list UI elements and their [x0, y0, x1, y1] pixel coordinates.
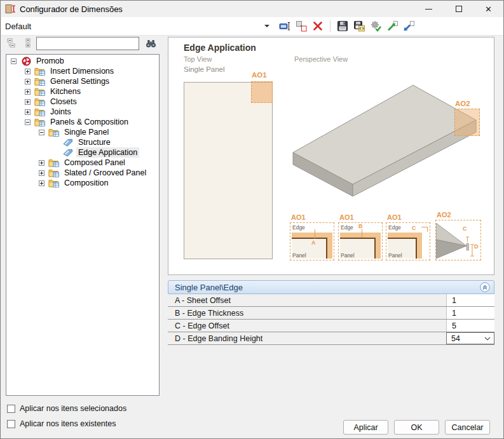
collapse-all-icon[interactable] — [6, 37, 17, 49]
tree-item-label: Promob — [34, 56, 66, 66]
tree-item-panels-composition[interactable]: Panels & Composition — [6, 117, 159, 127]
tree-item-label: Closets — [48, 97, 79, 107]
toolbar-icons — [278, 20, 415, 32]
expand-icon[interactable] — [24, 69, 31, 74]
edge-label: Edge — [292, 224, 305, 231]
property-row-a-sheet-offset: A - Sheet Offset1 — [168, 294, 494, 307]
ok-button[interactable]: OK — [394, 420, 439, 435]
close-icon: ✕ — [485, 5, 492, 13]
folder-icon — [34, 118, 46, 127]
expand-icon[interactable] — [24, 79, 31, 84]
folder-icon — [34, 97, 46, 107]
tree-item-joints[interactable]: Joints — [6, 107, 159, 117]
diagram-ao2-edge-banding: AO2 C D — [435, 220, 481, 260]
property-value-input[interactable]: 1 — [446, 294, 494, 306]
tree-item-composed-panel[interactable]: Composed Panel — [6, 158, 159, 168]
checkbox-icon[interactable] — [7, 420, 15, 428]
delete-profile-icon[interactable] — [311, 20, 324, 32]
collapse-icon[interactable] — [10, 58, 17, 64]
tree-item-label: General Settings — [48, 76, 111, 86]
expand-icon[interactable] — [24, 89, 31, 95]
property-row-c-edge-offset: C - Edge Offset5 — [168, 320, 494, 332]
minimize-icon — [425, 9, 432, 10]
expand-icon[interactable] — [24, 99, 31, 105]
expand-all-icon[interactable] — [23, 37, 33, 49]
dialog-window: Configurador de Dimensões ✕ Default Prom… — [0, 0, 504, 439]
apply-settings-icon[interactable] — [369, 20, 382, 32]
expand-icon[interactable] — [38, 160, 45, 166]
rename-profile-icon[interactable] — [278, 20, 291, 32]
export-settings-icon[interactable] — [353, 20, 365, 32]
property-value-dropdown[interactable]: 54 — [446, 332, 494, 344]
dimension-label: C — [463, 226, 467, 232]
panel-label: Panel — [341, 252, 355, 259]
apply-button[interactable]: Aplicar — [343, 420, 388, 435]
tree-item-structure[interactable]: Structure — [6, 137, 159, 147]
collapse-icon[interactable] — [38, 130, 45, 135]
close-button[interactable]: ✕ — [473, 1, 503, 17]
tree-item-closets[interactable]: Closets — [6, 97, 159, 107]
tree-item-edge-application[interactable]: Edge Application — [6, 147, 159, 158]
dimension-label: D — [474, 243, 479, 250]
property-label[interactable]: D - Edge Banding Height — [168, 332, 446, 344]
edge-line — [416, 238, 417, 259]
checkbox-label: Aplicar nos itens selecionados — [20, 404, 126, 413]
wedge-drawing — [436, 220, 480, 260]
diagram-title: AO2 — [437, 211, 451, 219]
property-row-b-edge-thickness: B - Edge Thickness1 — [168, 307, 494, 320]
tree-item-composition[interactable]: Composition — [6, 178, 159, 188]
expand-icon[interactable] — [38, 180, 45, 186]
tree-item-single-panel[interactable]: Single Panel — [6, 127, 159, 137]
diagram-title: AO1 — [387, 213, 402, 221]
search-icon[interactable] — [144, 37, 157, 49]
edge-label: Edge — [341, 224, 353, 231]
expand-icon[interactable] — [24, 109, 31, 115]
dimension-label: B — [358, 223, 363, 229]
diagram-ao1-edge-thickness: AO1 Edge Panel B — [338, 222, 383, 260]
maximize-button[interactable] — [444, 1, 473, 17]
tree-indent — [52, 150, 59, 156]
search-input[interactable] — [36, 37, 139, 50]
profile-combobox[interactable]: Default — [1, 17, 275, 35]
collapse-group-icon[interactable] — [480, 282, 490, 292]
tree-item-promob[interactable]: Promob — [6, 56, 159, 66]
titlebar: Configurador de Dimensões ✕ — [1, 1, 503, 17]
minimize-button[interactable] — [414, 1, 444, 17]
folder-icon — [48, 158, 60, 168]
property-value-input[interactable]: 1 — [446, 307, 494, 319]
expand-icon[interactable] — [38, 170, 45, 176]
import-profile-icon[interactable] — [402, 20, 415, 32]
tree-item-kitchens[interactable]: Kitchens — [6, 86, 159, 97]
property-label[interactable]: B - Edge Thickness — [168, 307, 446, 319]
chevron-down-icon — [484, 337, 491, 341]
cancel-button[interactable]: Cancelar — [445, 420, 490, 435]
duplicate-profile-icon[interactable] — [295, 20, 308, 32]
export-profile-icon[interactable] — [386, 20, 398, 32]
edge-band — [340, 233, 381, 238]
edge-line — [326, 238, 327, 259]
apply-existing-items-checkbox[interactable]: Aplicar nos itens existentes — [7, 419, 116, 428]
property-label[interactable]: A - Sheet Offset — [168, 294, 446, 306]
tree-item-label: Single Panel — [62, 127, 111, 137]
panel-label: Panel — [292, 252, 306, 259]
tree-item-label: Joints — [48, 107, 73, 117]
tree-item-label: Kitchens — [48, 86, 83, 97]
checkbox-icon[interactable] — [7, 405, 15, 413]
property-rows: A - Sheet Offset1B - Edge Thickness1C - … — [168, 294, 494, 345]
tree-item-label: Slated / Grooved Panel — [62, 168, 148, 178]
folder-icon — [34, 87, 46, 97]
property-label[interactable]: C - Edge Offset — [168, 320, 446, 332]
tree-item-label: Panels & Composition — [48, 117, 130, 127]
tree-item-label: Structure — [76, 137, 112, 147]
tree-item-slated-grooved-panel[interactable]: Slated / Grooved Panel — [6, 168, 159, 178]
edge-label: Edge — [388, 224, 401, 231]
collapse-icon[interactable] — [24, 119, 31, 125]
tree-item-insert-dimensions[interactable]: Insert Dimensions — [6, 66, 159, 76]
property-group-header[interactable]: Single Panel\Edge — [168, 280, 494, 294]
save-icon[interactable] — [336, 20, 349, 32]
tree-item-general-settings[interactable]: General Settings — [6, 76, 159, 86]
apply-selected-items-checkbox[interactable]: Aplicar nos itens selecionados — [7, 404, 126, 413]
dialog-buttons: Aplicar OK Cancelar — [343, 420, 490, 435]
property-value-input[interactable]: 5 — [446, 320, 494, 332]
folder-icon — [48, 179, 60, 188]
